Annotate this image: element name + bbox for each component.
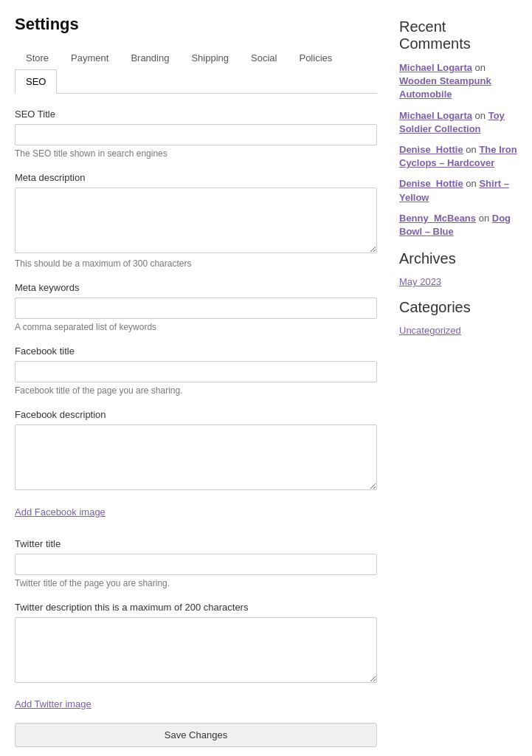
archives-title: Archives [399,250,517,267]
settings-tabs: Store Payment Branding Shipping Social P… [15,46,377,94]
twitter-title-input[interactable] [15,554,377,575]
comment-link-1[interactable]: Wooden Steampunk Automobile [399,75,491,100]
facebook-description-label: Facebook description [15,409,377,420]
twitter-description-input[interactable] [15,617,377,683]
twitter-title-section: Twitter title Twitter title of the page … [15,538,377,588]
tab-shipping[interactable]: Shipping [180,46,240,70]
comment-on-3: on [466,144,479,155]
comment-item: Michael Logarta on Toy Soldier Collectio… [399,109,517,136]
tab-seo[interactable]: SEO [15,69,57,94]
seo-title-section: SEO Title The SEO title shown in search … [15,109,377,159]
archive-may-2023[interactable]: May 2023 [399,276,517,287]
comment-on-5: on [479,213,492,224]
facebook-title-input[interactable] [15,361,377,382]
meta-description-label: Meta description [15,172,377,183]
comment-item: Michael Logarta on Wooden Steampunk Auto… [399,61,517,102]
meta-keywords-label: Meta keywords [15,282,377,293]
meta-description-hint: This should be a maximum of 300 characte… [15,258,377,269]
comment-on-4: on [466,178,479,189]
add-facebook-image-link[interactable]: Add Facebook image [15,506,106,518]
meta-description-section: Meta description This should be a maximu… [15,172,377,269]
comment-user-3[interactable]: Denise_Hottie [399,144,463,155]
twitter-description-label: Twitter description this is a maximum of… [15,602,377,613]
sidebar: Recent Comments Michael Logarta on Woode… [399,15,517,747]
bottom-actions: Add Twitter image Save Changes [15,698,377,747]
seo-title-input[interactable] [15,124,377,145]
facebook-description-section: Facebook description [15,409,377,492]
twitter-title-hint: Twitter title of the page you are sharin… [15,578,377,588]
seo-title-label: SEO Title [15,109,377,120]
facebook-title-hint: Facebook title of the page you are shari… [15,385,377,396]
facebook-title-label: Facebook title [15,346,377,357]
comment-item: Denise_Hottie on The Iron Cyclops – Hard… [399,143,517,170]
add-facebook-image-section: Add Facebook image [15,506,377,525]
page-title: Settings [15,15,377,34]
tab-social[interactable]: Social [240,46,288,70]
facebook-description-input[interactable] [15,425,377,490]
tab-store[interactable]: Store [15,46,60,70]
comment-user-5[interactable]: Benny_McBeans [399,213,476,224]
tab-policies[interactable]: Policies [288,46,343,70]
facebook-title-section: Facebook title Facebook title of the pag… [15,346,377,396]
comment-user-4[interactable]: Denise_Hottie [399,178,463,189]
seo-title-hint: The SEO title shown in search engines [15,148,377,159]
comment-user-2[interactable]: Michael Logarta [399,110,472,121]
comment-on-1: on [475,62,486,73]
category-uncategorized[interactable]: Uncategorized [399,325,517,336]
comment-user-1[interactable]: Michael Logarta [399,62,472,73]
tab-payment[interactable]: Payment [60,46,120,70]
tab-branding[interactable]: Branding [120,46,180,70]
categories-title: Categories [399,299,517,316]
meta-keywords-hint: A comma separated list of keywords [15,322,377,332]
meta-description-input[interactable] [15,188,377,253]
meta-keywords-input[interactable] [15,298,377,319]
comment-on-2: on [475,110,488,121]
save-changes-button[interactable]: Save Changes [15,723,377,747]
add-twitter-image-link[interactable]: Add Twitter image [15,698,377,709]
comment-item: Denise_Hottie on Shirt – Yellow [399,177,517,204]
twitter-description-section: Twitter description this is a maximum of… [15,602,377,685]
recent-comments-title: Recent Comments [399,18,517,52]
comment-item: Benny_McBeans on Dog Bowl – Blue [399,212,517,238]
meta-keywords-section: Meta keywords A comma separated list of … [15,282,377,332]
twitter-title-label: Twitter title [15,538,377,549]
